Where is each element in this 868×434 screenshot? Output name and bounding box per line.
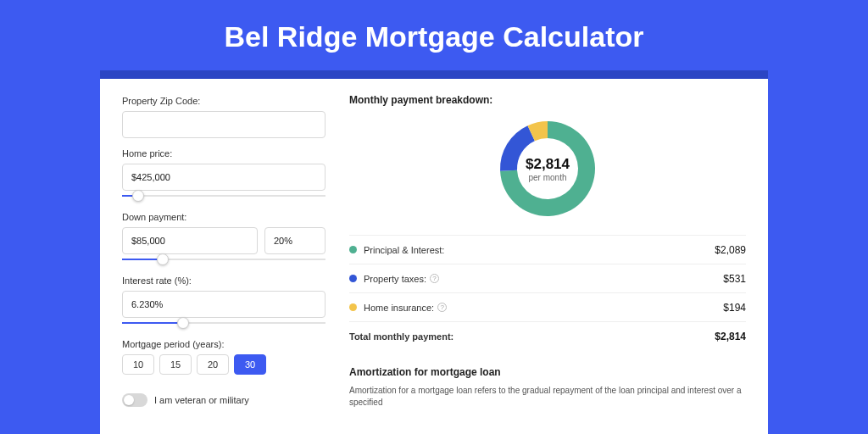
amortization-title: Amortization for mortgage loan <box>349 366 746 378</box>
home-price-label: Home price: <box>122 148 326 159</box>
donut-chart: $2,814 per month <box>497 118 598 220</box>
down-payment-label: Down payment: <box>122 212 326 222</box>
period-label: Mortgage period (years): <box>122 339 326 349</box>
down-payment-pct-input[interactable] <box>264 227 326 254</box>
veteran-label: I am veteran or military <box>154 395 249 405</box>
zip-input[interactable] <box>122 111 326 138</box>
donut-center: $2,814 per month <box>497 118 598 220</box>
page-title: Bel Ridge Mortgage Calculator <box>0 0 868 70</box>
legend-row-1: Property taxes: ?$531 <box>349 264 746 293</box>
amortization-text: Amortization for a mortgage loan refers … <box>349 385 746 409</box>
period-btn-30[interactable]: 30 <box>234 354 266 375</box>
total-value: $2,814 <box>715 331 746 342</box>
total-label: Total monthly payment: <box>349 331 453 342</box>
legend-dot <box>349 246 357 253</box>
legend-row-2: Home insurance: ?$194 <box>349 293 746 322</box>
legend-name: Property taxes: ? <box>364 274 439 284</box>
period-btn-10[interactable]: 10 <box>122 354 154 375</box>
card-shadow: Property Zip Code: Home price: Down paym… <box>100 70 768 434</box>
legend-value: $194 <box>723 302 746 314</box>
legend-row-0: Principal & Interest:$2,089 <box>349 236 746 264</box>
legend: Principal & Interest:$2,089Property taxe… <box>349 235 746 351</box>
interest-slider[interactable] <box>122 317 326 329</box>
legend-row-total: Total monthly payment:$2,814 <box>349 322 746 351</box>
down-payment-slider-thumb[interactable] <box>157 253 169 265</box>
interest-slider-fill <box>122 322 183 324</box>
legend-name: Home insurance: ? <box>364 303 447 313</box>
form-column: Property Zip Code: Home price: Down paym… <box>122 94 326 409</box>
legend-value: $531 <box>723 273 746 285</box>
home-price-slider[interactable] <box>122 190 326 202</box>
legend-dot <box>349 303 357 311</box>
interest-slider-thumb[interactable] <box>177 317 189 329</box>
veteran-toggle[interactable] <box>122 393 147 407</box>
down-payment-slider[interactable] <box>122 253 326 265</box>
breakdown-column: Monthly payment breakdown: $2,814 per mo… <box>349 94 746 409</box>
legend-name: Principal & Interest: <box>364 245 444 255</box>
breakdown-title: Monthly payment breakdown: <box>349 94 746 106</box>
donut-chart-area: $2,814 per month <box>349 113 746 235</box>
down-payment-input[interactable] <box>122 227 258 254</box>
info-icon[interactable]: ? <box>437 303 447 312</box>
period-buttons: 10152030 <box>122 354 326 375</box>
home-price-input[interactable] <box>122 164 326 191</box>
period-btn-15[interactable]: 15 <box>159 354 192 375</box>
legend-dot <box>349 275 357 282</box>
legend-value: $2,089 <box>715 244 746 256</box>
period-btn-20[interactable]: 20 <box>197 354 229 375</box>
toggle-knob <box>124 395 134 405</box>
info-icon[interactable]: ? <box>430 274 439 283</box>
interest-input[interactable] <box>122 291 326 318</box>
donut-amount: $2,814 <box>526 156 570 173</box>
zip-label: Property Zip Code: <box>122 96 326 106</box>
calculator-card: Property Zip Code: Home price: Down paym… <box>100 79 768 434</box>
donut-sub: per month <box>528 173 566 182</box>
home-price-slider-thumb[interactable] <box>132 190 144 202</box>
interest-label: Interest rate (%): <box>122 275 326 286</box>
